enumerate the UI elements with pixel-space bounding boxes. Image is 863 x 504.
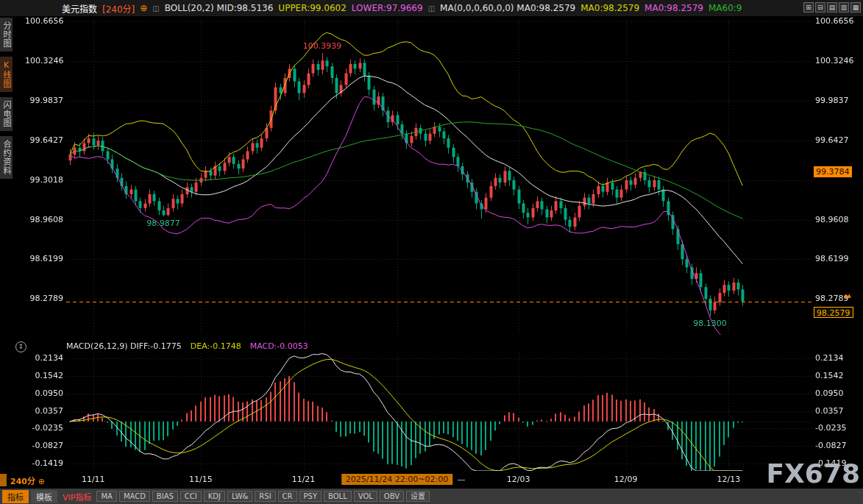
indicator-button-psy[interactable]: PSY	[299, 491, 322, 502]
timeframe-add-icon[interactable]: ⊕	[38, 477, 45, 486]
macd-axis-label: -0.0827	[25, 441, 63, 450]
symbol-name: 美元指数	[62, 2, 97, 15]
macd-macd-value: MACD:-0.0053	[250, 341, 308, 351]
date-label: 12/13	[717, 475, 740, 484]
settings-button[interactable]: 设置	[406, 491, 430, 502]
date-label: 11/21	[292, 475, 316, 484]
y-axis-label: 99.3018	[25, 175, 63, 185]
indicator-button-cci[interactable]: CCI	[180, 491, 202, 502]
sidebar-tab-time-share[interactable]: 分时图	[0, 18, 13, 52]
macd-axis-label: 0.0357	[815, 406, 858, 416]
bottom-toolbar: 指标模板VIP指标MAMACDBIASCCIKDJLW&RSICRPSYBOLL…	[0, 489, 863, 504]
y-axis-label: 98.6199	[815, 254, 858, 263]
tab-templates[interactable]: 模板	[31, 490, 57, 503]
macd-axis-label: -0.0235	[815, 423, 858, 433]
macd-axis-label: 0.0357	[25, 406, 63, 416]
period-tag[interactable]: [240分]	[102, 2, 135, 15]
sidebar-tab-contract-info[interactable]: 合约资料	[0, 136, 13, 179]
timeframe-label[interactable]: 240分 ⊕	[10, 475, 45, 486]
price-annotation: 100.3939	[303, 41, 342, 51]
y-axis-label: 98.2789	[815, 294, 858, 303]
macd-axis-label: 0.2134	[815, 353, 858, 363]
price-marker-outline: 98.2579	[814, 307, 853, 318]
period-add-icon[interactable]: ⊕	[140, 3, 147, 13]
y-axis-label: 99.6427	[25, 135, 63, 145]
indicator-button-boll[interactable]: BOLL	[324, 491, 352, 502]
y-axis-label: 100.3246	[815, 56, 858, 65]
ma-settings-icon[interactable]: ◫	[428, 4, 435, 13]
date-label: 12/03	[507, 475, 530, 484]
price-annotation: 98.9877	[146, 219, 180, 228]
chart-header: 美元指数 [240分] ⊕ ◫ BOLL(20,2) MID:98.5136 U…	[0, 0, 863, 16]
y-axis-label: 99.6427	[815, 135, 858, 145]
price-annotation: 98.1300	[693, 319, 727, 328]
indicator-button-obv[interactable]: OBV	[380, 491, 404, 502]
macd-axis-label: 0.2134	[25, 353, 63, 363]
ma0-magenta-value: MA0:98.2579	[644, 3, 703, 13]
macd-axis-label: 0.1542	[815, 371, 858, 380]
chart-type-sidebar: 分时图K线图闪电图合约资料	[0, 18, 13, 179]
layout-rows-icon[interactable]: ▤	[827, 2, 837, 13]
indicator-button-lw[interactable]: LW&	[227, 491, 252, 502]
indicator-button-ma[interactable]: MA	[96, 491, 116, 502]
y-axis-label: 98.6199	[25, 254, 63, 263]
scroll-corner-block	[0, 474, 7, 486]
y-axis-label: 98.9608	[25, 215, 63, 224]
indicator-button-rsi[interactable]: RSI	[255, 491, 275, 502]
pane-toggle-icon[interactable]: ↕	[15, 341, 26, 352]
macd-diff-value: MACD(26,12,9) DIFF:-0.1775	[66, 341, 182, 351]
trading-app-window: 美元指数 [240分] ⊕ ◫ BOLL(20,2) MID:98.5136 U…	[0, 0, 863, 504]
fx678-watermark: FX678	[767, 458, 861, 489]
macd-indicator-row: MACD(26,12,9) DIFF:-0.1775 DEA:-0.1748 M…	[66, 341, 308, 351]
indicator-button-macd[interactable]: MACD	[119, 491, 150, 502]
indicator-button-vol[interactable]: VOL	[354, 491, 377, 502]
boll-upper-value: UPPER:99.0602	[278, 3, 346, 13]
boll-settings-icon[interactable]: ◫	[152, 4, 159, 13]
timeline-dash: —	[458, 475, 466, 484]
layout-cols-icon[interactable]: ▥	[839, 2, 849, 13]
macd-dea-value: DEA:-0.1748	[191, 341, 241, 351]
boll-mid-value: BOLL(20,2) MID:98.5136	[165, 3, 274, 13]
y-axis-label: 100.3246	[25, 56, 63, 65]
time-axis: 240分 ⊕ 11/1111/1511/2112/0312/0912/13202…	[0, 474, 863, 487]
boll-lower-value: LOWER:97.9669	[352, 3, 423, 13]
window-controls: ⊞⊟▤▥▦	[803, 2, 861, 13]
indicator-button-bias[interactable]: BIAS	[152, 491, 178, 502]
macd-axis-label: 0.0950	[815, 388, 858, 398]
macd-axis-label: 0.0950	[25, 388, 63, 398]
sidebar-tab-kline[interactable]: K线图	[0, 57, 13, 92]
timeframe-text: 240分	[10, 477, 35, 486]
chart-canvas[interactable]	[0, 0, 863, 504]
ma-label: MA(0,0,0,60,0,0) MA0:98.2579	[440, 3, 575, 13]
indicator-button-kdj[interactable]: KDJ	[204, 491, 225, 502]
date-label: 11/11	[82, 475, 105, 484]
date-label: 12/09	[614, 475, 638, 484]
y-axis-label: 98.2789	[25, 294, 63, 303]
macd-axis-label: -0.0235	[25, 423, 63, 433]
layout-grid-icon[interactable]: ▦	[850, 2, 861, 13]
macd-axis-label: -0.1419	[25, 458, 63, 468]
indicator-button-cr[interactable]: CR	[278, 491, 297, 502]
split-window-icon[interactable]: ⊟	[815, 2, 825, 13]
y-axis-label: 99.9837	[25, 96, 63, 105]
macd-axis-label: -0.0827	[815, 441, 858, 450]
vip-indicators-link[interactable]: VIP指标	[63, 491, 91, 503]
add-window-icon[interactable]: ⊞	[803, 2, 814, 13]
ma0-yellow-value: MA0:98.2579	[580, 3, 639, 13]
y-axis-label: 100.6656	[25, 16, 63, 26]
date-label: 11/15	[189, 475, 213, 484]
price-direction-arrows: ▲▲	[844, 293, 850, 299]
y-axis-label: 99.9837	[815, 96, 858, 105]
y-axis-label: 98.9608	[815, 215, 858, 224]
selected-time-range: 2025/11/24 22:00~02:00	[341, 474, 453, 485]
macd-axis-label: 0.1542	[25, 371, 63, 380]
tab-indicators[interactable]: 指标	[2, 490, 29, 503]
price-marker-solid: 99.3784	[814, 166, 852, 177]
sidebar-tab-flash[interactable]: 闪电图	[0, 97, 13, 131]
ma60-value: MA60:9	[708, 3, 742, 13]
y-axis-label: 100.6656	[815, 16, 858, 26]
